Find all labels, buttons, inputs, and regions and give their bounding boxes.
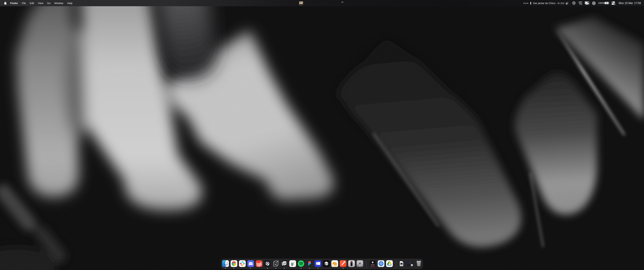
svg-text:N: N bbox=[274, 263, 276, 266]
svg-text:11: 11 bbox=[411, 265, 412, 266]
svg-text:10: 10 bbox=[284, 262, 286, 264]
svg-text:g: g bbox=[291, 261, 293, 266]
svg-text:raycast: raycast bbox=[371, 264, 374, 265]
